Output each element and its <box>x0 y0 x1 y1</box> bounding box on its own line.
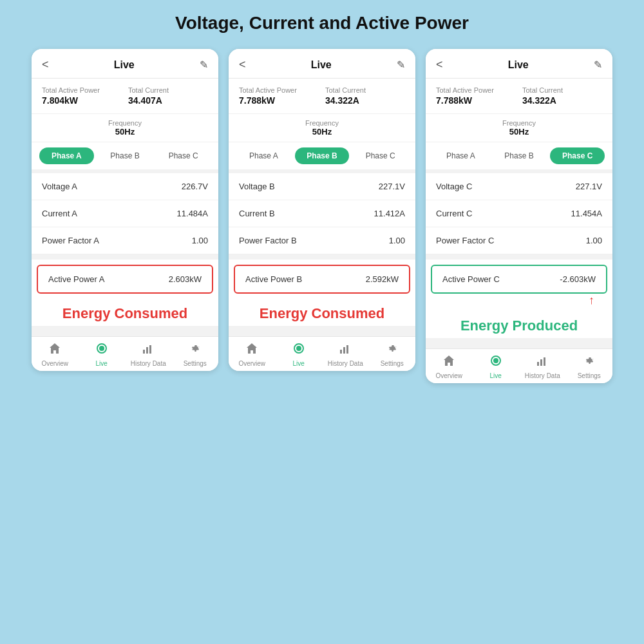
nav-label-settings: Settings <box>381 360 404 367</box>
nav-label-history-data: History Data <box>525 372 560 379</box>
row-value: 1.00 <box>389 236 405 245</box>
row-label: Current B <box>239 209 275 218</box>
total-current: Total Current 34.322A <box>522 86 602 106</box>
live-title: Live <box>114 59 135 71</box>
row-label: Voltage A <box>42 182 77 191</box>
edit-button[interactable]: ✎ <box>594 59 602 71</box>
nav-item-live[interactable]: Live <box>276 342 323 367</box>
active-power-row: Active Power C -2.603kW <box>431 265 607 294</box>
nav-icon-live <box>489 354 502 370</box>
nav-label-settings: Settings <box>184 360 207 367</box>
svg-rect-2 <box>143 350 145 354</box>
nav-icon-overview <box>245 342 258 358</box>
edit-button[interactable]: ✎ <box>397 59 405 71</box>
active-power-value: -2.603kW <box>560 274 596 284</box>
frequency-label: Frequency <box>37 119 213 127</box>
data-row: Voltage C 227.1V <box>426 173 612 200</box>
phase-tab-phase-c[interactable]: Phase C <box>550 147 605 164</box>
edit-button[interactable]: ✎ <box>200 59 208 71</box>
svg-rect-3 <box>146 347 148 354</box>
phone-header: < Live ✎ <box>229 49 415 79</box>
total-active-power-value: 7.788kW <box>239 95 319 106</box>
row-label: Current A <box>42 209 77 218</box>
frequency-label: Frequency <box>431 119 607 127</box>
phase-tab-phase-a[interactable]: Phase A <box>39 147 94 164</box>
nav-label-overview: Overview <box>41 360 68 367</box>
data-row: Voltage A 226.7V <box>32 173 218 200</box>
frequency-row: Frequency 50Hz <box>32 113 218 142</box>
nav-item-settings[interactable]: Settings <box>566 354 613 379</box>
active-power-label: Active Power C <box>442 274 500 284</box>
total-current-value: 34.322A <box>522 95 602 106</box>
nav-icon-overview <box>48 342 61 358</box>
row-value: 226.7V <box>182 182 208 191</box>
nav-item-live[interactable]: Live <box>473 354 520 379</box>
frequency-value: 50Hz <box>234 127 410 137</box>
svg-rect-9 <box>343 347 345 354</box>
nav-label-overview: Overview <box>238 360 265 367</box>
nav-item-history-data[interactable]: History Data <box>125 342 172 367</box>
row-label: Voltage C <box>436 182 472 191</box>
phase-tab-phase-c[interactable]: Phase C <box>156 147 211 164</box>
total-active-power: Total Active Power 7.788kW <box>436 86 516 106</box>
active-power-value: 2.592kW <box>366 274 399 284</box>
nav-icon-overview <box>442 354 455 370</box>
svg-point-1 <box>100 346 104 350</box>
total-active-power: Total Active Power 7.804kW <box>42 86 122 106</box>
data-rows: Voltage A 226.7V Current A 11.484A Power… <box>32 173 218 254</box>
nav-item-settings[interactable]: Settings <box>369 342 416 367</box>
stats-row: Total Active Power 7.788kW Total Current… <box>229 79 415 113</box>
nav-item-overview[interactable]: Overview <box>229 342 276 367</box>
frequency-value: 50Hz <box>37 127 213 137</box>
phase-tab-phase-a[interactable]: Phase A <box>236 147 291 164</box>
phase-tabs: Phase APhase BPhase C <box>426 142 612 169</box>
back-button[interactable]: < <box>239 58 246 71</box>
total-active-power-label: Total Active Power <box>239 86 319 94</box>
svg-point-13 <box>494 359 498 363</box>
phase-tab-phase-b[interactable]: Phase B <box>295 147 350 164</box>
row-label: Current C <box>436 209 472 218</box>
data-row: Power Factor B 1.00 <box>229 227 415 254</box>
data-rows: Voltage B 227.1V Current B 11.412A Power… <box>229 173 415 254</box>
stats-row: Total Active Power 7.788kW Total Current… <box>426 79 612 113</box>
frequency-value: 50Hz <box>431 127 607 137</box>
svg-rect-8 <box>340 350 342 354</box>
phase-tab-phase-c[interactable]: Phase C <box>353 147 408 164</box>
nav-item-overview[interactable]: Overview <box>426 354 473 379</box>
total-current-value: 34.322A <box>325 95 405 106</box>
svg-rect-15 <box>540 359 542 366</box>
nav-label-history-data: History Data <box>131 360 166 367</box>
nav-label-history-data: History Data <box>328 360 363 367</box>
live-title: Live <box>508 59 529 71</box>
row-value: 11.454A <box>571 209 602 218</box>
phone-header: < Live ✎ <box>32 49 218 79</box>
phase-tab-phase-b[interactable]: Phase B <box>98 147 153 164</box>
nav-item-live[interactable]: Live <box>79 342 126 367</box>
total-current-label: Total Current <box>325 86 405 94</box>
nav-item-history-data[interactable]: History Data <box>322 342 369 367</box>
data-row: Current C 11.454A <box>426 200 612 227</box>
nav-item-history-data[interactable]: History Data <box>519 354 566 379</box>
total-current-label: Total Current <box>522 86 602 94</box>
row-value: 1.00 <box>192 236 208 245</box>
back-button[interactable]: < <box>42 58 49 71</box>
row-label: Power Factor B <box>239 236 297 245</box>
phase-tab-phase-a[interactable]: Phase A <box>433 147 488 164</box>
total-current: Total Current 34.322A <box>325 86 405 106</box>
total-active-power-label: Total Active Power <box>436 86 516 94</box>
nav-icon-live <box>292 342 305 358</box>
row-value: 227.1V <box>576 182 602 191</box>
row-label: Power Factor A <box>42 236 99 245</box>
energy-label: Energy Consumed <box>229 299 415 326</box>
stats-row: Total Active Power 7.804kW Total Current… <box>32 79 218 113</box>
back-button[interactable]: < <box>436 58 443 71</box>
svg-rect-16 <box>544 357 545 366</box>
row-label: Power Factor C <box>436 236 494 245</box>
nav-item-settings[interactable]: Settings <box>172 342 219 367</box>
phone-1: < Live ✎ Total Active Power 7.788kW Tota… <box>229 49 415 371</box>
nav-item-overview[interactable]: Overview <box>32 342 79 367</box>
nav-icon-history-data <box>536 354 549 370</box>
page-title: Voltage, Current and Active Power <box>175 13 469 33</box>
phase-tab-phase-b[interactable]: Phase B <box>492 147 547 164</box>
svg-rect-14 <box>537 362 539 366</box>
